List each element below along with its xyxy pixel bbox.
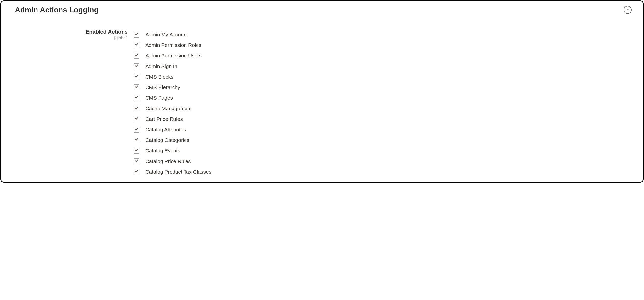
option-row: Catalog Price Rules xyxy=(134,156,633,167)
panel-header: Admin Actions Logging xyxy=(11,1,633,14)
option-checkbox[interactable] xyxy=(134,169,140,175)
option-label: Catalog Attributes xyxy=(145,127,186,132)
option-row: CMS Pages xyxy=(134,93,633,103)
option-checkbox[interactable] xyxy=(134,74,140,80)
option-checkbox[interactable] xyxy=(134,137,140,143)
option-label: Catalog Product Tax Classes xyxy=(145,169,211,175)
check-icon xyxy=(135,148,138,153)
enabled-actions-scope: [global] xyxy=(11,36,128,41)
option-label: CMS Blocks xyxy=(145,74,173,80)
option-row: CMS Hierarchy xyxy=(134,82,633,93)
check-icon xyxy=(135,53,138,58)
panel-body: Enabled Actions [global] Admin My Accoun… xyxy=(11,14,633,182)
option-row: Catalog Events xyxy=(134,145,633,156)
check-icon xyxy=(135,85,138,90)
check-icon xyxy=(135,43,138,47)
panel-title: Admin Actions Logging xyxy=(15,6,98,14)
option-checkbox[interactable] xyxy=(134,106,140,111)
option-label: Admin Permission Users xyxy=(145,53,202,59)
check-icon xyxy=(135,117,138,121)
option-label: Catalog Events xyxy=(145,148,180,154)
admin-actions-logging-panel: Admin Actions Logging Enabled Actions [g… xyxy=(0,1,644,183)
option-checkbox[interactable] xyxy=(134,148,140,154)
option-row: Admin Permission Roles xyxy=(134,40,633,50)
option-label: Catalog Categories xyxy=(145,137,190,143)
option-label: Catalog Price Rules xyxy=(145,158,191,164)
check-icon xyxy=(135,106,138,111)
option-checkbox[interactable] xyxy=(134,127,140,132)
option-row: Catalog Attributes xyxy=(134,124,633,135)
option-row: Catalog Product Tax Classes xyxy=(134,167,633,177)
option-label: Admin Permission Roles xyxy=(145,42,202,48)
option-row: Cart Price Rules xyxy=(134,114,633,124)
check-icon xyxy=(135,159,138,164)
option-checkbox[interactable] xyxy=(134,63,140,69)
option-label: Cache Management xyxy=(145,106,192,111)
option-checkbox[interactable] xyxy=(134,84,140,90)
check-icon xyxy=(135,138,138,142)
check-icon xyxy=(135,95,138,100)
field-label-column: Enabled Actions [global] xyxy=(11,29,134,177)
option-label: CMS Hierarchy xyxy=(145,84,180,90)
check-icon xyxy=(135,64,138,69)
option-label: Admin My Account xyxy=(145,32,188,38)
option-row: Catalog Categories xyxy=(134,135,633,145)
option-label: Admin Sign In xyxy=(145,63,178,69)
option-checkbox[interactable] xyxy=(134,53,140,59)
option-checkbox[interactable] xyxy=(134,95,140,101)
option-row: CMS Blocks xyxy=(134,71,633,82)
option-checkbox[interactable] xyxy=(134,42,140,48)
check-icon xyxy=(135,74,138,79)
chevron-up-icon xyxy=(626,8,629,12)
enabled-actions-options: Admin My AccountAdmin Permission RolesAd… xyxy=(134,29,633,177)
option-row: Admin Sign In xyxy=(134,61,633,71)
option-row: Admin My Account xyxy=(134,29,633,40)
option-label: CMS Pages xyxy=(145,95,173,101)
check-icon xyxy=(135,169,138,174)
check-icon xyxy=(135,32,138,37)
check-icon xyxy=(135,127,138,132)
option-checkbox[interactable] xyxy=(134,158,140,164)
option-row: Cache Management xyxy=(134,103,633,114)
option-label: Cart Price Rules xyxy=(145,116,183,122)
collapse-toggle-button[interactable] xyxy=(624,6,632,14)
option-row: Admin Permission Users xyxy=(134,50,633,61)
option-checkbox[interactable] xyxy=(134,116,140,122)
option-checkbox[interactable] xyxy=(134,32,140,38)
enabled-actions-label: Enabled Actions xyxy=(11,29,128,35)
